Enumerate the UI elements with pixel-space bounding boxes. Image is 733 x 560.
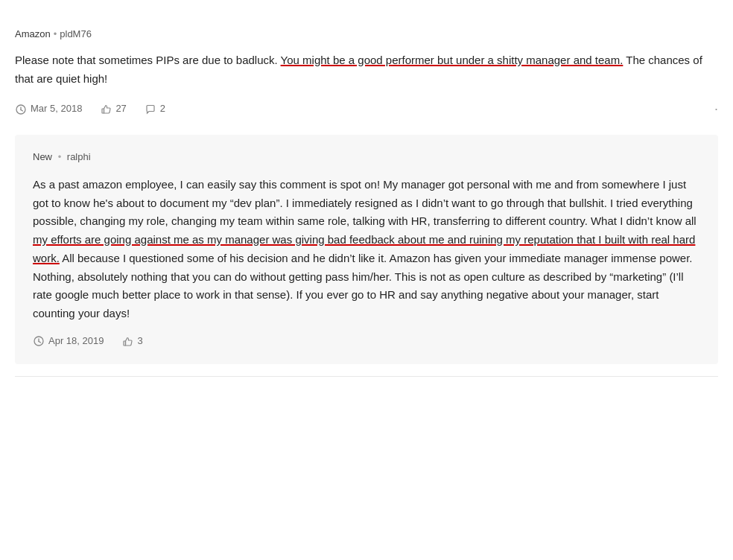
comment-1-options-dot[interactable]: ·	[714, 98, 718, 120]
comment-1: Amazon•pldM76 Please note that sometimes…	[15, 15, 718, 377]
reply-clock-icon	[33, 335, 45, 347]
comment-1-comments: 2	[160, 101, 165, 117]
reply-1-date: Apr 18, 2019	[48, 334, 104, 349]
reply-1-body: As a past amazon employee, I can easily …	[33, 176, 700, 323]
reply-1-username: ralphi	[67, 151, 91, 162]
reply-thumb-up-icon	[121, 335, 133, 347]
comment-1-username: pldM76	[60, 28, 92, 39]
comment-1-comments-item[interactable]: 2	[145, 101, 165, 117]
comment-1-likes-item[interactable]: 27	[100, 101, 126, 117]
comment-1-meta: Amazon•pldM76	[15, 27, 718, 42]
comment-1-separator: •	[54, 28, 57, 39]
reply-1: New • ralphi As a past amazon employee, …	[15, 135, 718, 364]
reply-1-separator: •	[55, 151, 64, 162]
reply-1-likes: 3	[137, 334, 142, 349]
svg-line-2	[21, 109, 23, 111]
page-container: Amazon•pldM76 Please note that sometimes…	[0, 0, 733, 392]
comment-1-company: Amazon	[15, 28, 51, 39]
comment-1-body-part1: Please note that sometimes PIPs are due …	[15, 54, 281, 66]
comment-bubble-icon	[145, 104, 156, 115]
reply-1-likes-item[interactable]: 3	[121, 334, 142, 349]
reply-1-body-part2: All because I questioned some of his dec…	[33, 252, 692, 319]
reply-1-status: New	[33, 151, 52, 162]
comment-1-body: Please note that sometimes PIPs are due …	[15, 51, 718, 89]
reply-1-body-part1: As a past amazon employee, I can easily …	[33, 178, 696, 228]
svg-rect-3	[102, 109, 104, 113]
thumb-up-icon	[100, 104, 112, 115]
comment-1-body-underlined: You might be a good performer but under …	[281, 54, 623, 66]
comment-1-date: Mar 5, 2018	[31, 101, 82, 117]
reply-1-meta: New • ralphi	[33, 150, 700, 165]
comment-1-footer: Mar 5, 2018 27 2 ·	[15, 98, 718, 120]
reply-1-date-item: Apr 18, 2019	[33, 334, 104, 349]
comment-1-likes: 27	[115, 101, 126, 117]
reply-1-footer: Apr 18, 2019 3	[33, 334, 700, 349]
comment-1-date-item: Mar 5, 2018	[15, 101, 82, 117]
svg-line-6	[39, 342, 41, 343]
clock-icon	[15, 104, 27, 115]
svg-rect-7	[124, 341, 126, 346]
